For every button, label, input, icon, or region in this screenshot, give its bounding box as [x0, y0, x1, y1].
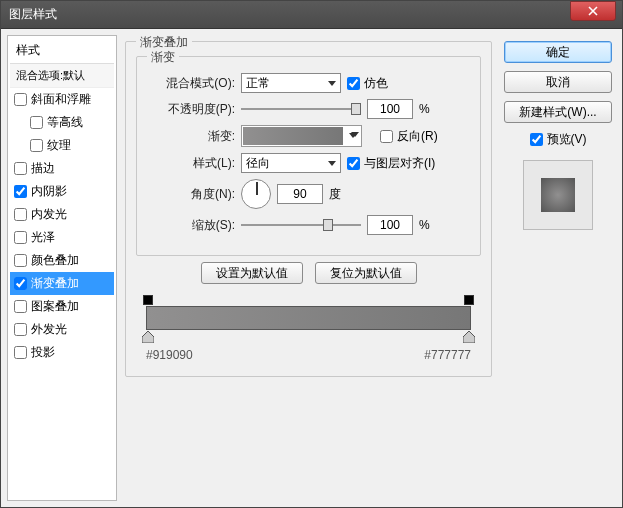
ok-button[interactable]: 确定 [504, 41, 612, 63]
gradient-row: 渐变: 反向(R) [147, 125, 470, 147]
style-item-8[interactable]: 渐变叠加 [10, 272, 114, 295]
blend-mode-select[interactable]: 正常 [241, 73, 341, 93]
style-item-6[interactable]: 光泽 [10, 226, 114, 249]
scale-input[interactable] [367, 215, 413, 235]
style-label: 描边 [31, 160, 55, 177]
style-label: 渐变叠加 [31, 275, 79, 292]
style-checkbox[interactable] [14, 254, 27, 267]
opacity-label: 不透明度(P): [147, 101, 235, 118]
style-select[interactable]: 径向 [241, 153, 341, 173]
blend-mode-value: 正常 [246, 75, 270, 92]
style-item-0[interactable]: 斜面和浮雕 [10, 88, 114, 111]
slider-track [241, 224, 361, 226]
style-label: 颜色叠加 [31, 252, 79, 269]
gradient-picker[interactable] [241, 125, 362, 147]
preview-box [523, 160, 593, 230]
style-label: 等高线 [47, 114, 83, 131]
style-checkbox[interactable] [30, 116, 43, 129]
opacity-slider[interactable] [241, 101, 361, 117]
style-checkbox[interactable] [14, 93, 27, 106]
scale-slider[interactable] [241, 217, 361, 233]
style-row: 样式(L): 径向 与图层对齐(I) [147, 153, 470, 173]
style-label: 外发光 [31, 321, 67, 338]
angle-input[interactable] [277, 184, 323, 204]
align-label: 与图层对齐(I) [364, 155, 435, 172]
style-label: 图案叠加 [31, 298, 79, 315]
percent-label: % [419, 102, 430, 116]
style-checkbox[interactable] [14, 208, 27, 221]
inner-legend: 渐变 [147, 49, 179, 66]
slider-track [241, 108, 361, 110]
style-checkbox[interactable] [14, 323, 27, 336]
style-item-9[interactable]: 图案叠加 [10, 295, 114, 318]
scale-label: 缩放(S): [147, 217, 235, 234]
style-item-5[interactable]: 内发光 [10, 203, 114, 226]
blend-options-item[interactable]: 混合选项:默认 [10, 64, 114, 88]
style-checkbox[interactable] [14, 300, 27, 313]
reverse-checkbox[interactable]: 反向(R) [380, 128, 438, 145]
style-list: 斜面和浮雕等高线纹理描边内阴影内发光光泽颜色叠加渐变叠加图案叠加外发光投影 [10, 88, 114, 364]
style-item-1[interactable]: 等高线 [10, 111, 114, 134]
gradient-editor: #919090 #777777 [146, 306, 471, 362]
gradient-bar[interactable] [146, 306, 471, 330]
scale-row: 缩放(S): % [147, 215, 470, 235]
style-checkbox[interactable] [30, 139, 43, 152]
style-item-3[interactable]: 描边 [10, 157, 114, 180]
opacity-stop-right[interactable] [464, 295, 474, 305]
styles-header: 样式 [10, 38, 114, 64]
reverse-input[interactable] [380, 130, 393, 143]
style-label: 纹理 [47, 137, 71, 154]
dither-input[interactable] [347, 77, 360, 90]
slider-thumb[interactable] [323, 219, 333, 231]
style-checkbox[interactable] [14, 185, 27, 198]
style-label: 光泽 [31, 229, 55, 246]
style-label: 斜面和浮雕 [31, 91, 91, 108]
gradient-overlay-group: 渐变叠加 渐变 混合模式(O): 正常 仿色 不透明 [125, 41, 492, 377]
style-checkbox[interactable] [14, 231, 27, 244]
degree-label: 度 [329, 186, 341, 203]
titlebar: 图层样式 [1, 1, 622, 29]
make-default-button[interactable]: 设置为默认值 [201, 262, 303, 284]
cancel-button[interactable]: 取消 [504, 71, 612, 93]
opacity-stop-left[interactable] [143, 295, 153, 305]
style-checkbox[interactable] [14, 346, 27, 359]
style-checkbox[interactable] [14, 277, 27, 290]
svg-marker-1 [463, 331, 475, 343]
style-item-4[interactable]: 内阴影 [10, 180, 114, 203]
close-icon [588, 6, 598, 16]
blend-mode-row: 混合模式(O): 正常 仿色 [147, 73, 470, 93]
style-item-10[interactable]: 外发光 [10, 318, 114, 341]
align-checkbox[interactable]: 与图层对齐(I) [347, 155, 435, 172]
gradient-label: 渐变: [147, 128, 235, 145]
close-button[interactable] [570, 1, 616, 21]
opacity-input[interactable] [367, 99, 413, 119]
new-style-button[interactable]: 新建样式(W)... [504, 101, 612, 123]
color-stop-left[interactable] [142, 331, 154, 343]
blend-mode-label: 混合模式(O): [147, 75, 235, 92]
reset-default-button[interactable]: 复位为默认值 [315, 262, 417, 284]
style-label: 内阴影 [31, 183, 67, 200]
reverse-label: 反向(R) [397, 128, 438, 145]
dither-checkbox[interactable]: 仿色 [347, 75, 388, 92]
window-buttons [570, 1, 622, 28]
slider-thumb[interactable] [351, 103, 361, 115]
style-value: 径向 [246, 155, 270, 172]
style-item-7[interactable]: 颜色叠加 [10, 249, 114, 272]
default-buttons: 设置为默认值 复位为默认值 [136, 262, 481, 284]
color-stop-right[interactable] [463, 331, 475, 343]
action-panel: 确定 取消 新建样式(W)... 预览(V) [500, 35, 616, 501]
angle-label: 角度(N): [147, 186, 235, 203]
layer-style-dialog: 图层样式 样式 混合选项:默认 斜面和浮雕等高线纹理描边内阴影内发光光泽颜色叠加… [0, 0, 623, 508]
angle-dial[interactable] [241, 179, 271, 209]
stop-icon [463, 331, 475, 343]
window-title: 图层样式 [9, 6, 57, 23]
style-checkbox[interactable] [14, 162, 27, 175]
style-item-2[interactable]: 纹理 [10, 134, 114, 157]
gradient-stop-labels: #919090 #777777 [146, 348, 471, 362]
style-item-11[interactable]: 投影 [10, 341, 114, 364]
stop-left-hex: #919090 [146, 348, 193, 362]
align-input[interactable] [347, 157, 360, 170]
preview-checkbox[interactable]: 预览(V) [504, 131, 612, 148]
dither-label: 仿色 [364, 75, 388, 92]
preview-input[interactable] [530, 133, 543, 146]
